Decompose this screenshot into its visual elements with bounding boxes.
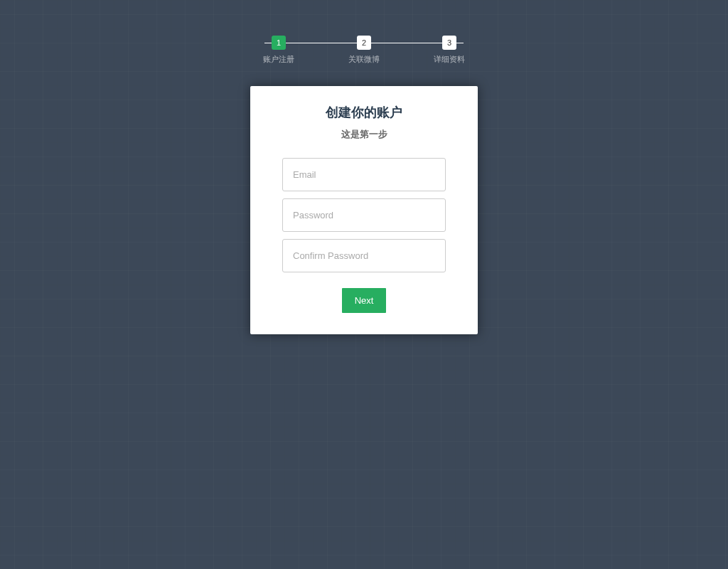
step-2-label: 关联微博: [348, 54, 380, 65]
step-3-label: 详细资料: [434, 54, 465, 65]
step-1-number: 1: [272, 36, 286, 50]
form-title: 创建你的账户: [272, 104, 456, 121]
next-button[interactable]: Next: [342, 288, 387, 313]
step-3: 3 详细资料: [428, 36, 471, 65]
progress-bar: 1 账户注册 2 关联微博 3 详细资料: [257, 36, 471, 65]
step-3-number: 3: [442, 36, 456, 50]
step-1-label: 账户注册: [263, 54, 294, 65]
form-subtitle: 这是第一步: [272, 128, 456, 141]
signup-card: 创建你的账户 这是第一步 Next: [250, 86, 478, 334]
step-2-number: 2: [357, 36, 371, 50]
confirm-password-input[interactable]: [282, 239, 446, 272]
password-input[interactable]: [282, 198, 446, 232]
email-input[interactable]: [282, 158, 446, 191]
step-1: 1 账户注册: [257, 36, 300, 65]
fields-wrapper: [272, 158, 456, 280]
wizard-container: 1 账户注册 2 关联微博 3 详细资料 创建你的账户 这是第一步 Next: [250, 0, 478, 334]
step-2: 2 关联微博: [343, 36, 385, 65]
